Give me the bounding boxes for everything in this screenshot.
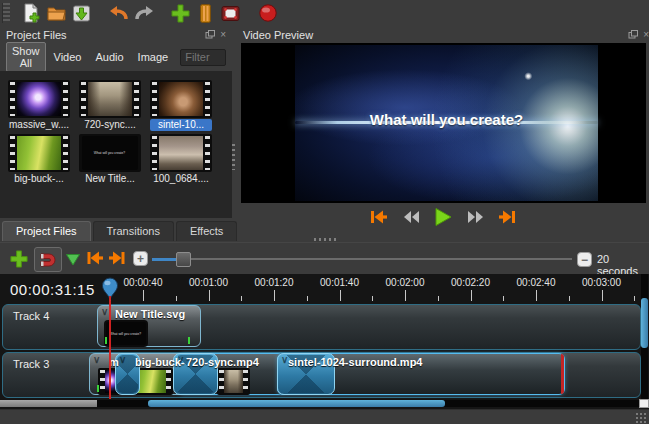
project-file-item[interactable]: What will you create?New Title... bbox=[79, 134, 141, 185]
fade-mark bbox=[97, 385, 99, 392]
filter-video[interactable]: Video bbox=[48, 42, 88, 72]
ruler-tick-major bbox=[209, 290, 210, 301]
project-file-item[interactable]: 720-sync.... bbox=[79, 80, 141, 131]
open-project-button[interactable] bbox=[44, 1, 69, 25]
clip-menu-chevron[interactable]: ∨ bbox=[119, 354, 126, 365]
timeline-ruler[interactable]: 00:00:4000:01:0000:01:2000:01:4000:02:00… bbox=[96, 274, 640, 303]
filter-audio[interactable]: Audio bbox=[89, 42, 129, 72]
file-thumbnail bbox=[79, 80, 141, 118]
window-resize-grip[interactable] bbox=[635, 412, 647, 423]
clip-menu-chevron[interactable]: ∨ bbox=[101, 306, 108, 317]
file-label: sintel-10... bbox=[150, 119, 212, 131]
clip-menu-chevron[interactable]: ∨ bbox=[93, 354, 100, 365]
thumbnail-image bbox=[17, 136, 61, 170]
file-thumbnail bbox=[8, 134, 70, 172]
marker-triangle-icon bbox=[65, 253, 81, 266]
redo-button[interactable] bbox=[131, 1, 156, 25]
float-panel-icon[interactable] bbox=[205, 30, 215, 39]
project-file-item[interactable]: 100_0684.... bbox=[150, 134, 212, 185]
ruler-tick-minor bbox=[241, 296, 242, 301]
file-thumbnail bbox=[150, 134, 212, 172]
playhead-line[interactable] bbox=[109, 295, 111, 399]
close-panel-icon[interactable]: × bbox=[643, 30, 649, 39]
fast-forward-icon bbox=[466, 210, 485, 224]
project-file-item[interactable]: sintel-10... bbox=[150, 80, 212, 131]
jump-to-end-button[interactable] bbox=[495, 206, 519, 228]
jump-start-icon bbox=[369, 209, 389, 225]
project-file-item[interactable]: big-buck-... bbox=[8, 134, 70, 185]
zoom-out-button[interactable]: − bbox=[577, 252, 592, 267]
magnet-icon bbox=[38, 250, 58, 270]
undo-button[interactable] bbox=[106, 1, 131, 25]
undo-icon bbox=[108, 3, 130, 23]
filter-show-all[interactable]: Show All bbox=[6, 42, 46, 72]
next-marker-button[interactable] bbox=[106, 249, 128, 267]
ruler-tick-major bbox=[536, 290, 537, 301]
video-preview-area: What will you create? bbox=[241, 43, 646, 203]
thumbnail-image bbox=[159, 82, 203, 116]
ruler-tick-minor bbox=[569, 296, 570, 301]
project-files-panel-header: Project Files × bbox=[0, 26, 232, 43]
vertical-splitter[interactable] bbox=[230, 26, 236, 240]
ruler-label: 00:01:00 bbox=[189, 277, 228, 288]
playhead-marker[interactable] bbox=[100, 277, 120, 303]
filter-image[interactable]: Image bbox=[132, 42, 175, 72]
clip-thumbnail bbox=[217, 368, 250, 395]
clip-label: 720-sync.mp4 bbox=[186, 356, 259, 368]
track-name: Track 3 bbox=[13, 358, 49, 370]
slider-handle[interactable] bbox=[176, 252, 191, 267]
panel-title: Project Files bbox=[6, 29, 67, 41]
jump-to-start-button[interactable] bbox=[367, 206, 391, 228]
film-profile-icon bbox=[197, 3, 214, 24]
project-file-item[interactable]: massive_w.... bbox=[8, 80, 70, 131]
add-marker-button[interactable] bbox=[64, 251, 82, 267]
choose-profile-button[interactable] bbox=[193, 1, 218, 25]
rewind-button[interactable] bbox=[399, 206, 423, 228]
clip-label: New Title.svg bbox=[115, 308, 185, 320]
float-panel-icon[interactable] bbox=[628, 30, 638, 39]
openshot-window: Project Files × Video Preview × Show All… bbox=[0, 0, 649, 424]
timeline: 00:00:31:15 00:00:4000:01:0000:01:2000:0… bbox=[0, 274, 649, 409]
file-label: 720-sync.... bbox=[79, 119, 141, 131]
preview-title-text: What will you create? bbox=[295, 111, 598, 128]
track-header-strip bbox=[0, 400, 97, 407]
open-folder-icon bbox=[46, 3, 67, 24]
previous-marker-button[interactable] bbox=[84, 249, 106, 267]
arrow-left-bar-icon bbox=[85, 250, 105, 266]
ruler-tick-minor bbox=[503, 296, 504, 301]
zoom-in-button[interactable]: + bbox=[133, 251, 148, 266]
add-track-plus-icon bbox=[9, 249, 29, 269]
zoom-slider[interactable] bbox=[152, 251, 572, 267]
import-files-button[interactable] bbox=[168, 1, 193, 25]
filter-input[interactable] bbox=[180, 49, 226, 66]
ruler-tick-minor bbox=[176, 296, 177, 301]
playback-controls bbox=[237, 204, 649, 229]
toolbar-drag-handle[interactable] bbox=[2, 3, 10, 23]
file-label: New Title... bbox=[79, 173, 141, 185]
ruler-label: 00:02:20 bbox=[451, 277, 490, 288]
export-video-button[interactable] bbox=[255, 1, 280, 25]
close-panel-icon[interactable]: × bbox=[220, 30, 226, 39]
redo-icon bbox=[133, 3, 155, 23]
track-name: Track 4 bbox=[13, 310, 49, 322]
thumbnail-image bbox=[224, 370, 243, 393]
snapping-toggle-button[interactable] bbox=[34, 247, 62, 272]
horizontal-scrollbar-thumb[interactable] bbox=[148, 400, 445, 407]
fullscreen-icon bbox=[220, 4, 241, 23]
ruler-tick-major bbox=[274, 290, 275, 301]
vertical-scrollbar-thumb[interactable] bbox=[641, 298, 648, 348]
arrow-right-bar-icon bbox=[107, 250, 127, 266]
fullscreen-button[interactable] bbox=[218, 1, 243, 25]
new-project-button[interactable] bbox=[19, 1, 44, 25]
fade-mark bbox=[188, 337, 190, 344]
thumbnail-image: What will you create? bbox=[82, 136, 138, 170]
file-label: massive_w.... bbox=[8, 119, 70, 131]
save-project-button[interactable] bbox=[69, 1, 94, 25]
play-button[interactable] bbox=[431, 206, 455, 228]
record-circle-icon bbox=[258, 3, 278, 23]
file-thumbnail bbox=[8, 80, 70, 118]
slider-track[interactable] bbox=[152, 258, 572, 260]
fast-forward-button[interactable] bbox=[463, 206, 487, 228]
timeline-toolbar: + − 20 seconds bbox=[0, 242, 649, 275]
add-track-button[interactable] bbox=[7, 247, 31, 271]
